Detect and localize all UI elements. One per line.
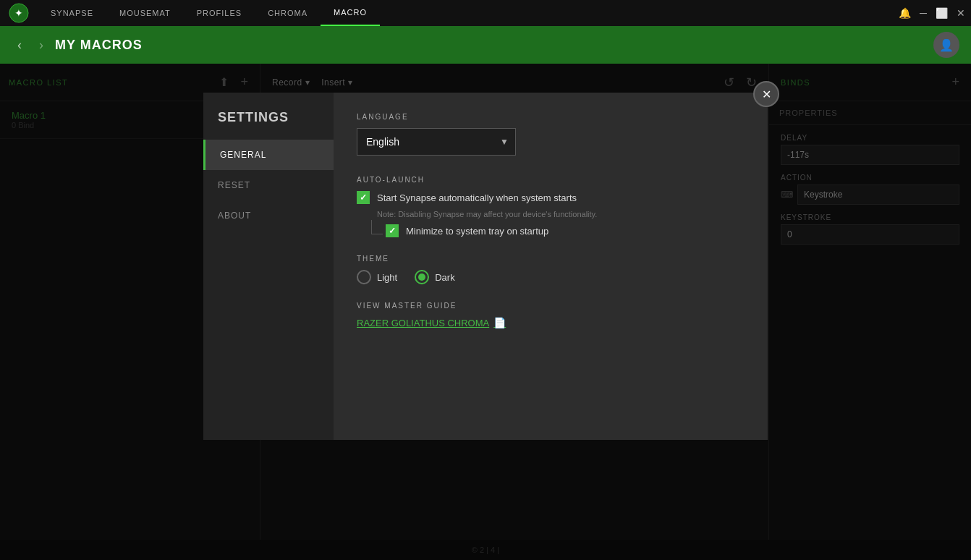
nav-items: SYNAPSE MOUSEMAT PROFILES CHROMA MACRO [38, 0, 899, 26]
minimize-icon[interactable]: ─ [920, 7, 927, 19]
indent-connector [371, 220, 383, 234]
start-synapse-row: ✓ Start Synapse automatically when syste… [357, 191, 745, 204]
avatar[interactable]: 👤 [933, 32, 959, 58]
autolaunch-note: Note: Disabling Synapse may affect your … [377, 210, 745, 219]
guide-section-title: VIEW MASTER GUIDE [357, 302, 745, 310]
main-area: MACRO LIST ⬆ + Macro 1 0 Bind Record ▾ I… [0, 64, 971, 560]
theme-section-title: THEME [357, 255, 745, 263]
minimize-indent-row: ✓ Minimize to system tray on startup [371, 224, 745, 237]
settings-nav-about[interactable]: ABOUT [203, 200, 334, 231]
theme-dark-label: Dark [435, 272, 454, 283]
settings-sidebar: SETTINGS GENERAL RESET ABOUT [203, 93, 334, 440]
close-button[interactable]: ✕ [753, 81, 779, 107]
nav-profiles[interactable]: PROFILES [184, 0, 255, 26]
guide-icon: 📄 [493, 317, 506, 328]
nav-chroma[interactable]: CHROMA [255, 0, 321, 26]
maximize-icon[interactable]: ⬜ [936, 7, 948, 19]
nav-synapse[interactable]: SYNAPSE [38, 0, 106, 26]
close-window-icon[interactable]: ✕ [957, 7, 965, 19]
guide-link[interactable]: RAZER GOLIATHUS CHROMA 📄 [357, 317, 745, 328]
start-synapse-label: Start Synapse automatically when system … [377, 192, 577, 203]
language-section: LANGUAGE English French German Spanish ▼ [357, 113, 745, 156]
language-select-wrapper: English French German Spanish ▼ [357, 128, 516, 156]
page-title: MY MACROS [55, 38, 143, 53]
settings-nav-general[interactable]: GENERAL [203, 140, 334, 170]
minimize-checkbox[interactable]: ✓ [386, 224, 399, 237]
settings-content: LANGUAGE English French German Spanish ▼… [334, 93, 768, 440]
back-button[interactable]: ‹ [12, 38, 27, 53]
autolaunch-section-title: AUTO-LAUNCH [357, 176, 745, 184]
theme-radio-row: Light Dark [357, 270, 745, 284]
forward-button[interactable]: › [33, 38, 49, 53]
indent-line: ✓ Minimize to system tray on startup [371, 224, 745, 237]
top-nav-bar: ✦ SYNAPSE MOUSEMAT PROFILES CHROMA MACRO… [0, 0, 971, 26]
theme-section: THEME Light Dark [357, 255, 745, 284]
settings-modal: ✕ SETTINGS GENERAL RESET ABOUT LANGUAGE … [203, 93, 768, 440]
svg-text:✦: ✦ [14, 7, 23, 19]
nav-right-controls: 🔔 ─ ⬜ ✕ [899, 7, 965, 19]
guide-link-text: RAZER GOLIATHUS CHROMA [357, 318, 489, 328]
checkmark-icon: ✓ [360, 192, 367, 203]
settings-title: SETTINGS [203, 110, 334, 140]
second-bar: ‹ › MY MACROS 👤 [0, 26, 971, 64]
razer-logo: ✦ [6, 0, 32, 26]
start-synapse-checkbox[interactable]: ✓ [357, 191, 370, 204]
minimize-checkmark-icon: ✓ [389, 226, 396, 236]
language-select[interactable]: English French German Spanish [357, 128, 516, 156]
settings-overlay: ✕ SETTINGS GENERAL RESET ABOUT LANGUAGE … [0, 64, 971, 560]
settings-nav-reset[interactable]: RESET [203, 170, 334, 200]
theme-light-radio [357, 270, 371, 284]
theme-light-option[interactable]: Light [357, 270, 397, 284]
language-section-title: LANGUAGE [357, 113, 745, 121]
theme-dark-radio [415, 270, 429, 284]
guide-section: VIEW MASTER GUIDE RAZER GOLIATHUS CHROMA… [357, 302, 745, 328]
theme-dark-radio-dot [418, 273, 425, 281]
minimize-row: ✓ Minimize to system tray on startup [386, 224, 548, 237]
minimize-label: Minimize to system tray on startup [406, 226, 548, 237]
autolaunch-section: AUTO-LAUNCH ✓ Start Synapse automaticall… [357, 176, 745, 237]
theme-dark-option[interactable]: Dark [415, 270, 454, 284]
theme-light-label: Light [377, 272, 397, 283]
nav-macro[interactable]: MACRO [321, 0, 380, 26]
nav-mousemat[interactable]: MOUSEMAT [106, 0, 184, 26]
notification-icon[interactable]: 🔔 [899, 7, 911, 19]
